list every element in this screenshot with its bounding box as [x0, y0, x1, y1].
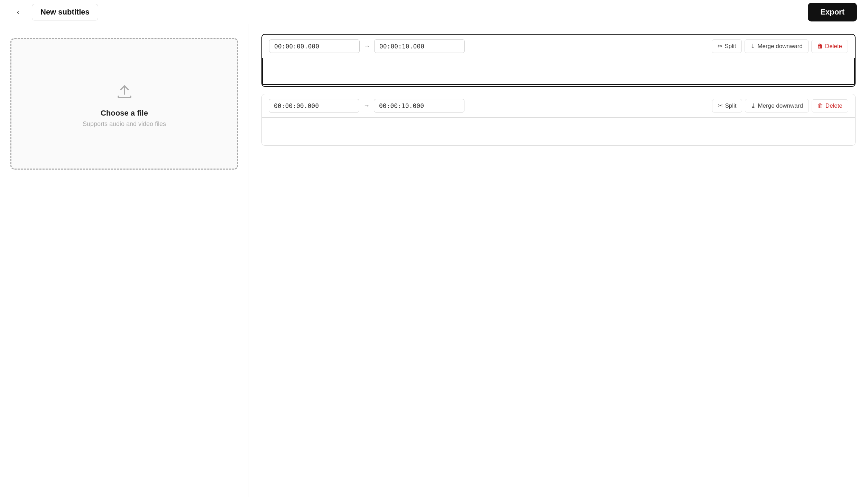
- page-title: New subtitles: [32, 4, 98, 20]
- header-left: ‹ New subtitles: [11, 4, 98, 20]
- time-start-input[interactable]: [269, 99, 359, 112]
- left-panel: Choose a file Supports audio and video f…: [0, 24, 249, 497]
- row-actions: ✂ Split ⤓ Merge downward 🗑 Delete: [712, 39, 848, 53]
- right-panel: → ✂ Split ⤓ Merge downward 🗑 Delete: [249, 24, 868, 497]
- time-range: →: [269, 99, 464, 112]
- delete-label: Delete: [825, 43, 842, 50]
- time-end-input[interactable]: [374, 99, 464, 112]
- arrow-right-icon: →: [363, 102, 370, 109]
- delete-button[interactable]: 🗑 Delete: [811, 40, 848, 53]
- delete-label: Delete: [825, 102, 842, 109]
- trash-icon: 🗑: [818, 102, 823, 109]
- split-button[interactable]: ✂ Split: [712, 39, 742, 53]
- supports-text: Supports audio and video files: [83, 120, 166, 128]
- subtitle-row-header: → ✂ Split ⤓ Merge downward 🗑 Delete: [262, 35, 855, 58]
- merge-label: Merge downward: [758, 102, 803, 109]
- export-button[interactable]: Export: [808, 3, 857, 21]
- upload-zone[interactable]: Choose a file Supports audio and video f…: [10, 38, 238, 170]
- choose-file-label: Choose a file: [101, 109, 148, 118]
- merge-icon: ⤓: [750, 43, 755, 50]
- back-button[interactable]: ‹: [11, 5, 25, 19]
- time-range: →: [269, 39, 465, 53]
- merge-button[interactable]: ⤓ Merge downward: [745, 39, 808, 53]
- merge-icon: ⤓: [751, 102, 756, 109]
- subtitle-text-input[interactable]: [262, 117, 855, 144]
- subtitle-row: → ✂ Split ⤓ Merge downward 🗑 Delete: [261, 34, 856, 87]
- scissors-icon: ✂: [718, 102, 723, 109]
- main-content: Choose a file Supports audio and video f…: [0, 24, 868, 497]
- scissors-icon: ✂: [718, 43, 722, 50]
- merge-button[interactable]: ⤓ Merge downward: [745, 99, 809, 112]
- time-end-input[interactable]: [374, 39, 465, 53]
- subtitle-row: → ✂ Split ⤓ Merge downward 🗑 Delete: [261, 94, 856, 146]
- subtitle-text-input[interactable]: [262, 58, 855, 85]
- split-label: Split: [725, 102, 736, 109]
- trash-icon: 🗑: [817, 43, 823, 50]
- upload-icon: [114, 80, 135, 102]
- split-button[interactable]: ✂ Split: [712, 99, 742, 112]
- header: ‹ New subtitles Export: [0, 0, 868, 24]
- merge-label: Merge downward: [757, 43, 802, 50]
- delete-button[interactable]: 🗑 Delete: [812, 99, 848, 112]
- time-start-input[interactable]: [269, 39, 360, 53]
- subtitle-row-header: → ✂ Split ⤓ Merge downward 🗑 Delete: [262, 94, 855, 117]
- arrow-right-icon: →: [364, 43, 370, 50]
- split-label: Split: [724, 43, 736, 50]
- row-actions: ✂ Split ⤓ Merge downward 🗑 Delete: [712, 99, 848, 112]
- back-icon: ‹: [17, 8, 19, 16]
